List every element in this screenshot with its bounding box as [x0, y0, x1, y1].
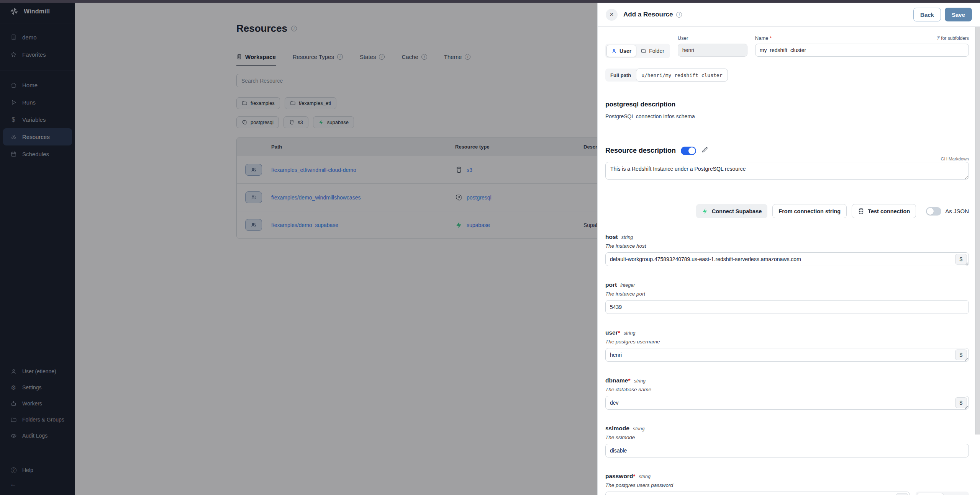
full-path-label: Full path [605, 69, 636, 82]
folder-icon [641, 48, 646, 54]
resource-type-heading: postgresql description [605, 101, 969, 108]
test-connection-button[interactable]: Test connection [852, 204, 916, 218]
drawer-body: User Folder User Name * '/' for subfolde… [598, 27, 980, 495]
password-inlined-option[interactable]: Inlined [917, 493, 944, 495]
add-resource-drawer: × Add a Resource i Back Save User Folder [597, 0, 980, 495]
password-mode-toggle: Inlined Secret [916, 492, 969, 495]
field-password: password*string The postgres users passw… [605, 473, 969, 495]
user-icon [611, 48, 617, 54]
drawer-header: × Add a Resource i Back Save [598, 3, 980, 27]
full-path: Full path u/henri/my_redshift_cluster [605, 69, 728, 82]
resource-description-heading: Resource description [605, 147, 676, 155]
window-top-strip [0, 0, 980, 3]
password-input[interactable] [605, 492, 910, 495]
port-input[interactable] [605, 300, 969, 314]
info-icon[interactable]: i [676, 12, 682, 18]
description-toggle[interactable] [681, 147, 696, 155]
field-port: portinteger The instance port [605, 281, 969, 314]
edit-pencil-icon[interactable] [701, 146, 708, 155]
required-mark: * [628, 377, 630, 384]
field-host: hoststring The instance host $ [605, 234, 969, 266]
back-button[interactable]: Back [913, 8, 941, 21]
as-json-control: As JSON [926, 207, 969, 216]
field-dbname: dbname*string The database name $ [605, 377, 969, 410]
subfolder-hint: '/' for subfolders [937, 36, 969, 41]
as-json-toggle[interactable] [926, 207, 941, 216]
dbname-input[interactable] [605, 396, 969, 410]
owner-kind-folder[interactable]: Folder [636, 45, 669, 57]
insert-variable-button[interactable]: $ [896, 493, 908, 495]
as-json-label: As JSON [945, 208, 969, 214]
modal-dim-overlay[interactable] [0, 0, 597, 495]
resize-grip-icon[interactable] [965, 358, 968, 361]
owner-user-input [678, 44, 747, 57]
required-mark: * [770, 35, 772, 41]
field-user: user*string The postgres username $ [605, 329, 969, 362]
sslmode-input[interactable] [605, 444, 969, 457]
connect-supabase-button[interactable]: Connect Supabase [696, 204, 768, 218]
resource-name-input[interactable] [755, 44, 969, 57]
close-icon[interactable]: × [606, 9, 618, 21]
supabase-icon [702, 208, 708, 214]
drawer-title: Add a Resource [623, 11, 673, 18]
drawer-actions: Connect Supabase From connection string … [605, 204, 969, 218]
full-path-value: u/henri/my_redshift_cluster [636, 69, 728, 82]
resize-grip-icon[interactable] [965, 262, 968, 265]
resize-grip-icon[interactable] [965, 405, 968, 409]
screen: Windmill demo Favorites Home Runs $ [0, 0, 980, 495]
from-connection-string-button[interactable]: From connection string [772, 204, 847, 218]
owner-kind-toggle: User Folder [605, 44, 670, 58]
resource-type-description: PostgreSQL connection infos schema [605, 113, 969, 119]
field-sslmode: sslmodestring The sslmode [605, 425, 969, 457]
save-button[interactable]: Save [945, 8, 972, 21]
required-mark: * [633, 473, 635, 479]
resource-description-textarea[interactable]: This is a Redshift Instance under a Post… [605, 162, 969, 180]
host-input[interactable] [605, 252, 969, 266]
drawer-scrollbar[interactable] [975, 27, 980, 435]
markdown-hint: GH Markdown [605, 157, 969, 161]
user-input[interactable] [605, 348, 969, 362]
name-field-label: Name * [755, 35, 772, 41]
required-mark: * [618, 329, 620, 336]
owner-kind-user[interactable]: User [606, 45, 636, 57]
database-icon [858, 208, 864, 214]
owner-row: User Folder User Name * '/' for subfolde… [605, 35, 969, 58]
password-secret-option[interactable]: Secret [944, 493, 968, 495]
user-field-label: User [678, 35, 747, 41]
